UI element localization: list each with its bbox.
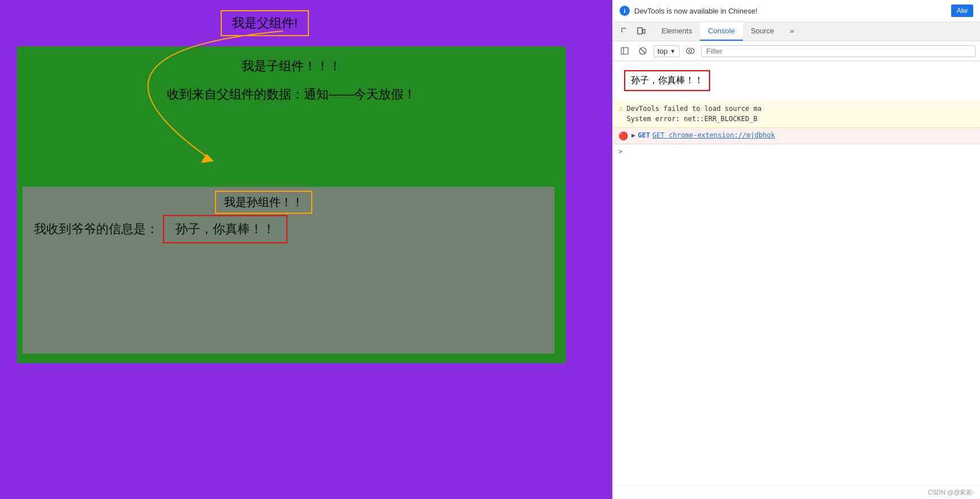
svg-rect-3 (625, 28, 626, 29)
grandson-value: 孙子，你真棒！！ (163, 215, 287, 243)
tab-elements[interactable]: Elements (654, 22, 700, 41)
svg-rect-4 (621, 29, 622, 31)
console-output-box: 孙子，你真棒！！ (624, 70, 710, 91)
grandson-label: 我是孙组件！！ (215, 191, 312, 214)
svg-rect-1 (621, 28, 622, 29)
devtools-toolbar: top ▼ (613, 41, 980, 61)
svg-rect-8 (621, 48, 628, 54)
devtools-panel: i DevTools is now available in Chinese! … (612, 0, 980, 499)
console-error-row: 🔴 ▶ GET GET chrome-extension://mjdbhok (613, 128, 980, 144)
sidebar-icon[interactable] (617, 44, 632, 58)
eye-icon[interactable] (683, 44, 698, 58)
svg-point-13 (689, 50, 691, 53)
grandson-data-prefix: 我收到爷爷的信息是： (34, 221, 158, 238)
filter-input[interactable] (701, 45, 975, 57)
svg-rect-2 (623, 28, 624, 29)
child-data: 收到来自父组件的数据：通知——今天放假！ (28, 86, 555, 103)
father-component-label: 我是父组件! (221, 10, 309, 36)
grandson-data: 我收到爷爷的信息是： 孙子，你真棒！！ (34, 215, 543, 243)
svg-rect-6 (638, 28, 642, 34)
error-icon: 🔴 (618, 131, 628, 140)
clear-icon[interactable] (635, 44, 650, 58)
inspect-icon[interactable] (617, 24, 633, 40)
error-get-label: GET (638, 131, 650, 139)
tab-console[interactable]: Console (700, 22, 743, 41)
devtools-notify-bar: i DevTools is now available in Chinese! … (613, 0, 980, 22)
csdn-footer: CSDN @@索索- (613, 485, 980, 499)
devtools-tabs-bar: Elements Console Source » (613, 22, 980, 41)
svg-point-12 (686, 48, 694, 54)
console-warning-row: ⚠ DevTools failed to load source ma Syst… (613, 100, 980, 128)
devtools-notify-text: DevTools is now available in Chinese! (634, 7, 951, 15)
dropdown-arrow-icon: ▼ (670, 48, 676, 54)
tab-sources[interactable]: Source (743, 22, 782, 41)
devtools-left-icons (617, 24, 649, 40)
child-component: 我是子组件！！！ 收到来自父组件的数据：通知——今天放假！ 我是孙组件！！ 我收… (17, 46, 566, 363)
console-message-row: 孙子，你真棒！！ (618, 66, 974, 96)
device-icon[interactable] (633, 24, 649, 40)
error-url[interactable]: GET chrome-extension://mjdbhok (652, 131, 775, 139)
child-title: 我是子组件！！！ (28, 58, 555, 75)
expand-icon[interactable]: ▶ (631, 131, 635, 139)
info-icon: i (620, 6, 630, 16)
console-prompt[interactable]: > (613, 144, 980, 159)
svg-rect-5 (621, 31, 622, 32)
warning-text: DevTools failed to load source ma System… (626, 104, 761, 124)
svg-rect-7 (643, 29, 645, 33)
top-selector[interactable]: top ▼ (654, 45, 680, 57)
top-selector-label: top (657, 47, 668, 55)
devtools-console: 孙子，你真棒！！ ⚠ DevTools failed to load sourc… (613, 61, 980, 485)
warning-icon: ⚠ (618, 104, 623, 113)
tab-more[interactable]: » (782, 22, 802, 41)
notify-always-button[interactable]: Alw (951, 5, 973, 17)
svg-line-11 (641, 49, 645, 53)
browser-panel: 我是父组件! 我是子组件！！！ 收到来自父组件的数据：通知——今天放假！ 我是孙… (0, 0, 612, 499)
